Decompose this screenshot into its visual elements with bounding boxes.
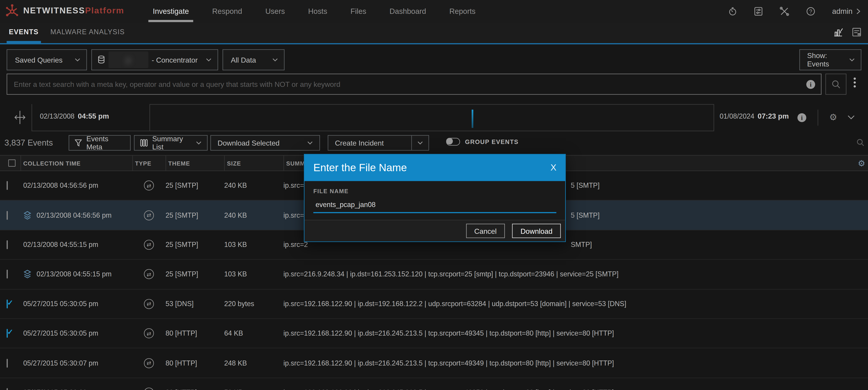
timeline-end-date: 01/08/2024 — [720, 112, 754, 120]
network-event-icon: ⇄ — [144, 388, 154, 390]
row-checkbox-cell — [0, 241, 21, 248]
search-input[interactable] — [7, 80, 806, 88]
row-checkbox[interactable] — [7, 270, 8, 279]
dialog-footer: Cancel Download — [305, 220, 565, 241]
nav-item-hosts[interactable]: Hosts — [308, 0, 327, 22]
size-cell: 240 KB — [224, 182, 283, 189]
svg-text:?: ? — [809, 8, 812, 14]
show-events-label: Show: Events — [807, 52, 849, 68]
network-event-icon: ⇄ — [144, 269, 154, 279]
download-button[interactable]: Download — [512, 224, 561, 238]
timeline-start-label: 02/13/200804:55 pm — [40, 112, 109, 120]
events-meta-button[interactable]: Events Meta — [69, 135, 131, 151]
download-selected-label: Download Selected — [218, 139, 280, 147]
event-row[interactable]: 05/27/2015 05:30:09 pm ⇄ 80 [HTTP] 59 KB… — [0, 378, 868, 390]
summary-text-fragment: 5 [SMTP] — [571, 211, 599, 219]
info-icon[interactable]: i — [806, 79, 816, 89]
type-cell: ⇄ — [132, 269, 166, 279]
event-row[interactable]: 02/13/2008 04:55:15 pm ⇄ 25 [SMTP] 103 K… — [0, 260, 868, 289]
download-selected-select[interactable]: Download Selected — [210, 135, 320, 151]
col-type[interactable]: TYPE — [132, 155, 166, 171]
event-row[interactable]: 05/27/2015 05:30:05 pm ⇄ 53 [DNS] 220 by… — [0, 289, 868, 319]
help-icon[interactable]: ? — [806, 6, 816, 16]
file-name-field — [313, 201, 556, 213]
kebab-menu-icon[interactable] — [851, 78, 858, 88]
event-stack-icon — [23, 270, 32, 279]
dialog-title: Enter the File Name — [313, 162, 407, 174]
select-all-checkbox-cell — [0, 155, 21, 171]
row-checkbox-cell — [0, 329, 21, 337]
saved-queries-select[interactable]: Saved Queries — [7, 49, 87, 70]
chevron-down-icon[interactable] — [847, 115, 855, 120]
summary-text-fragment: SMTP] — [571, 241, 592, 248]
nav-item-respond[interactable]: Respond — [212, 0, 242, 22]
gear-icon[interactable]: ⚙ — [829, 112, 837, 122]
time-range-select[interactable]: All Data — [223, 49, 285, 70]
row-checkbox[interactable] — [7, 240, 8, 249]
row-checkbox-cell — [0, 182, 21, 189]
row-checkbox[interactable] — [7, 181, 8, 190]
timer-icon[interactable] — [728, 6, 738, 16]
theme-cell: 80 [HTTP] — [165, 329, 224, 337]
timeline-end-label: 01/08/202407:23 pm — [720, 112, 789, 120]
summary-cell: ip.src=216.9.248.34 | ip.dst=161.253.152… — [283, 271, 868, 278]
table-search-icon[interactable] — [857, 139, 865, 147]
row-checkbox[interactable] — [7, 358, 8, 367]
col-size[interactable]: SIZE — [224, 155, 283, 171]
row-checkbox[interactable] — [7, 388, 8, 390]
tab-malware-analysis[interactable]: MALWARE ANALYSIS — [50, 22, 125, 42]
column-chart-icon[interactable] — [833, 27, 843, 37]
service-name-redacted: p — [108, 52, 149, 68]
theme-cell: 25 [SMTP] — [165, 271, 224, 278]
create-incident-dropdown[interactable] — [411, 136, 429, 150]
search-button[interactable] — [826, 74, 846, 95]
toggle-switch[interactable] — [446, 138, 460, 146]
col-collection-time[interactable]: COLLECTION TIME — [21, 155, 132, 171]
jobs-panel-icon[interactable] — [754, 6, 763, 16]
event-count: 3,837 Events — [4, 138, 53, 147]
timeline-collapse-handle[interactable] — [14, 110, 25, 125]
collection-time-cell: 02/13/2008 04:55:15 pm — [21, 270, 132, 279]
summary-list-select[interactable]: Summary List — [134, 135, 208, 151]
user-menu[interactable]: admin — [832, 7, 860, 16]
network-event-icon: ⇄ — [144, 358, 154, 368]
row-checkbox[interactable] — [7, 329, 8, 338]
info-icon[interactable]: i — [797, 113, 807, 122]
close-icon[interactable]: X — [550, 163, 556, 173]
summary-text: ip.src=192.168.122.90 | ip.dst=216.245.2… — [283, 359, 614, 367]
gear-icon[interactable]: ⚙ — [858, 158, 865, 168]
event-row[interactable]: 05/27/2015 05:30:05 pm ⇄ 80 [HTTP] 64 KB… — [0, 319, 868, 348]
timeline-chart[interactable] — [149, 104, 714, 131]
primary-nav: Investigate Respond Users Hosts Files Da… — [153, 0, 475, 22]
form-view-icon[interactable] — [852, 27, 861, 37]
nav-item-investigate[interactable]: Investigate — [153, 0, 189, 22]
collection-time-cell: 05/27/2015 05:30:07 pm — [21, 359, 132, 367]
admin-tools-icon[interactable] — [780, 6, 789, 16]
col-theme[interactable]: THEME — [165, 155, 224, 171]
nav-item-dashboard[interactable]: Dashboard — [390, 0, 426, 22]
row-checkbox[interactable] — [7, 211, 8, 219]
select-all-checkbox[interactable] — [8, 159, 16, 167]
show-events-select[interactable]: Show: Events — [799, 49, 861, 70]
create-incident-button[interactable]: Create Incident — [328, 135, 429, 151]
tab-events[interactable]: EVENTS — [9, 22, 38, 42]
theme-cell: 80 [HTTP] — [165, 389, 224, 390]
nav-utility-icons: ? admin — [728, 0, 860, 22]
nav-item-reports[interactable]: Reports — [449, 0, 475, 22]
file-name-input[interactable] — [313, 201, 556, 209]
timeline-start-date: 02/13/2008 — [40, 113, 74, 120]
service-select[interactable]: p - Concentrator — [91, 49, 218, 70]
timeline-end-time: 07:23 pm — [757, 112, 789, 120]
brand-suffix: Platform — [85, 5, 124, 15]
netwitness-logo[interactable]: NETWITNESSPlatform — [4, 3, 124, 18]
cancel-button[interactable]: Cancel — [466, 224, 505, 238]
summary-cell: ip.src=192.168.122.90 | ip.dst=192.168.1… — [283, 300, 868, 308]
group-events-toggle[interactable]: GROUP EVENTS — [446, 138, 519, 146]
row-checkbox[interactable] — [7, 300, 8, 308]
network-event-icon: ⇄ — [144, 181, 154, 191]
event-row[interactable]: 05/27/2015 05:30:07 pm ⇄ 80 [HTTP] 248 K… — [0, 349, 868, 378]
summary-list-label: Summary List — [152, 134, 191, 151]
nav-item-files[interactable]: Files — [350, 0, 366, 22]
nav-item-users[interactable]: Users — [266, 0, 285, 22]
chevron-down-icon — [849, 58, 855, 61]
